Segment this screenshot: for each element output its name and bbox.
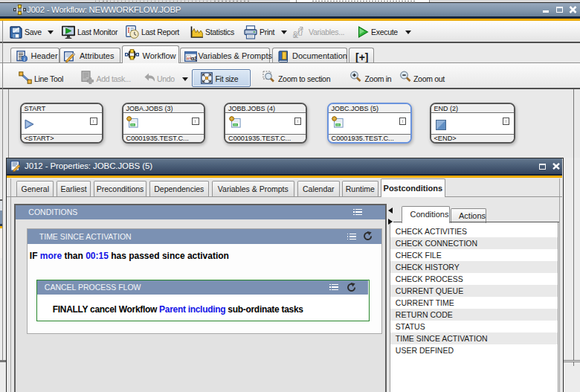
svg-text:αξ: αξ bbox=[190, 55, 197, 62]
svg-text:i: i bbox=[23, 56, 25, 61]
